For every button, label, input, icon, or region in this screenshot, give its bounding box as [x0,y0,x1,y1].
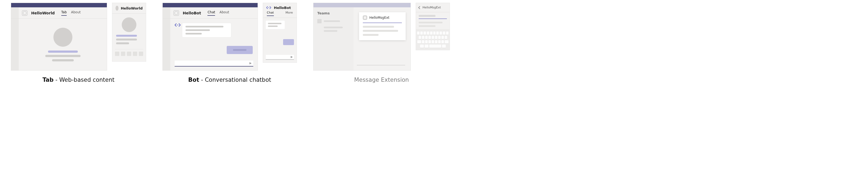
pivot-tab[interactable]: Tab [61,10,67,16]
key[interactable] [427,31,429,35]
msgext-mobile-mock: HelloMsgExt [416,3,450,50]
placeholder-line [233,49,247,51]
mobile-tab-chat[interactable]: Chat [267,11,274,16]
numeric-key[interactable] [420,45,424,48]
placeholder-line [363,34,378,36]
key[interactable] [446,31,448,35]
key[interactable] [435,40,437,44]
tab-caption-bold: Tab [42,77,54,83]
bot-caption-bold: Bot [188,77,199,83]
tab-mockups: HelloWorld Tab About [11,3,146,71]
dock-item[interactable] [115,52,119,56]
space-key[interactable] [429,45,441,48]
key[interactable] [425,40,428,44]
tab-desktop-mock: HelloWorld Tab About [11,3,107,71]
key[interactable] [430,31,433,35]
key[interactable] [436,31,439,35]
key[interactable] [425,36,428,39]
key[interactable] [441,36,444,39]
soft-keyboard[interactable] [416,30,450,50]
mobile-tabs: Chat More [263,11,297,18]
return-key[interactable] [442,45,446,48]
key[interactable] [424,31,426,35]
shift-key[interactable] [417,40,421,44]
msgext-desktop-mock: Teams HelloMsgExt [313,3,411,71]
mobile-title: HelloMsgExt [423,6,441,9]
bot-message-bubble [266,21,285,29]
msgext-popup-card[interactable]: HelloMsgExt [359,12,406,40]
pivot-about[interactable]: About [71,10,81,16]
message-composer[interactable] [266,55,294,60]
back-icon[interactable] [418,6,421,9]
placeholder-line [324,30,337,32]
pivot-chat[interactable]: Chat [208,10,215,16]
tab-pivots: Tab About [61,10,81,16]
key[interactable] [432,36,434,39]
key[interactable] [419,36,421,39]
tab-body [11,19,107,70]
app-title: HelloWorld [31,11,55,15]
svg-point-1 [178,25,178,25]
result-list-placeholder [419,22,447,27]
avatar-icon [116,6,119,10]
bot-header: HelloBot Chat About [163,7,258,19]
pivot-about[interactable]: About [219,10,229,16]
placeholder-line [116,42,129,44]
rail-item[interactable] [317,19,350,23]
key[interactable] [433,31,436,35]
key[interactable] [429,40,431,44]
tab-mobile-mock: HelloWorld [112,3,146,62]
key[interactable] [432,40,434,44]
text-placeholder-stack [45,51,81,61]
dock-item[interactable] [127,52,131,56]
key[interactable] [445,36,447,39]
msgext-caption: Message Extension [354,77,409,83]
avatar-placeholder [122,17,136,32]
placeholder-line [185,26,223,27]
emoji-key[interactable] [425,45,429,48]
mobile-header: HelloWorld [112,3,146,14]
search-placeholder[interactable] [419,15,435,17]
key[interactable] [438,40,441,44]
key[interactable] [441,40,444,44]
key[interactable] [435,36,437,39]
key[interactable] [443,31,445,35]
bot-message-row [175,23,253,37]
mobile-body [263,18,297,62]
card-title: HelloMsgExt [369,16,390,20]
bot-pivots: Chat About [208,10,229,16]
send-icon[interactable] [291,56,293,58]
composer-underline[interactable] [357,65,405,66]
mobile-title: HelloBot [274,6,291,10]
dock-item[interactable] [133,52,137,56]
dock-item[interactable] [121,52,125,56]
mobile-tab-more[interactable]: More [285,11,293,16]
text-placeholder-stack [116,35,142,44]
card-body [363,26,402,36]
dock-item[interactable] [139,52,143,56]
tab-section: HelloWorld Tab About [11,3,146,83]
app-icon [363,16,367,20]
tab-caption: Tab - Web-based content [42,77,115,83]
key[interactable] [422,40,424,44]
key[interactable] [439,31,442,35]
placeholder-line [363,30,398,32]
key-row [417,45,448,48]
key[interactable] [417,31,420,35]
teams-titlebar [11,3,107,7]
key[interactable] [438,36,441,39]
placeholder-line [324,20,340,22]
message-composer[interactable] [175,60,253,67]
mobile-body [112,14,146,61]
mobile-title: HelloWorld [121,6,143,10]
bot-message-bubble [182,23,231,37]
mobile-body [416,12,450,27]
backspace-key[interactable] [445,40,448,44]
key[interactable] [422,36,424,39]
placeholder-line [268,26,278,27]
svg-point-0 [177,25,177,25]
key[interactable] [420,31,423,35]
key[interactable] [429,36,431,39]
send-icon[interactable] [249,62,252,65]
app-icon [174,10,179,16]
